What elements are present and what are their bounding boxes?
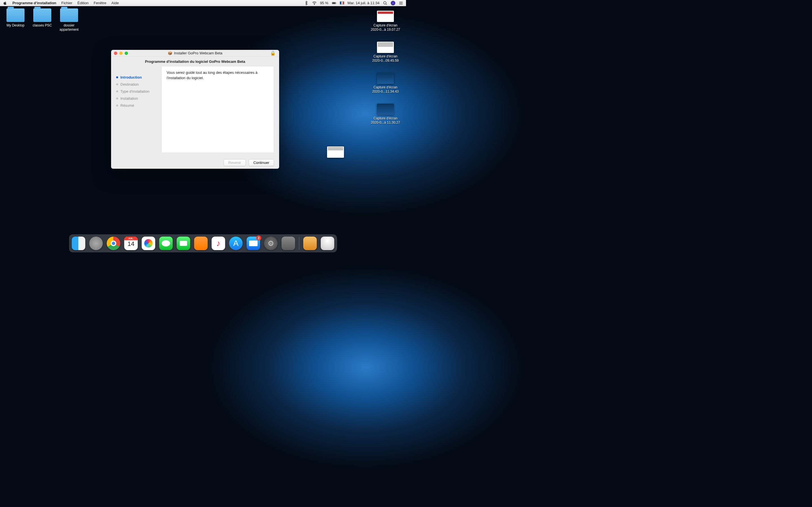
step-label: Introduction: [120, 75, 142, 79]
spotlight-icon[interactable]: [383, 1, 388, 5]
continue-button[interactable]: Continuer: [249, 159, 274, 166]
battery-pct[interactable]: 95 %: [320, 1, 328, 5]
calendar-day: 14: [128, 240, 134, 247]
svg-rect-2: [332, 2, 335, 4]
step-label: Résumé: [120, 103, 134, 108]
svg-point-0: [314, 4, 315, 5]
screenshot-1[interactable]: Capture d'écran 2020-0...à 19.07.27: [370, 11, 401, 32]
titlebar[interactable]: 📦 Installer GoPro Webcam Beta 🔒: [111, 50, 279, 57]
pages-app[interactable]: [194, 237, 208, 250]
step-summary: Résumé: [116, 102, 161, 109]
menu-edit[interactable]: Édition: [78, 1, 89, 5]
folder-icon: [6, 8, 24, 22]
datetime[interactable]: Mar. 14 juil. à 11:34: [348, 1, 379, 5]
installer-body: Introduction Destination Type d'installa…: [111, 66, 279, 156]
folder-dossier-appartement[interactable]: dossier appartement: [56, 8, 82, 32]
step-list: Introduction Destination Type d'installa…: [116, 66, 161, 156]
messages-app[interactable]: [159, 237, 173, 250]
window-title: 📦 Installer GoPro Webcam Beta: [168, 51, 222, 55]
folder-icon: [33, 8, 51, 22]
step-installation: Installation: [116, 95, 161, 102]
installer-window: 📦 Installer GoPro Webcam Beta 🔒 Programm…: [111, 50, 279, 169]
photos-app[interactable]: [142, 237, 155, 250]
screenshot-2[interactable]: Capture d'écran 2020-0...09.45.59: [370, 42, 401, 63]
lock-icon[interactable]: 🔒: [270, 50, 276, 56]
icon-label: Capture d'écran 2020-0...11.34.43: [370, 86, 401, 94]
step-destination: Destination: [116, 81, 161, 88]
icon-label: Capture d'écran 2020-0...à 19.07.27: [370, 23, 401, 32]
file-thumb-icon: [377, 104, 394, 115]
dropzone-app[interactable]: [282, 237, 295, 250]
mail-app[interactable]: 2: [247, 237, 260, 250]
package-icon: 📦: [168, 51, 172, 55]
file-thumb-icon: [377, 73, 394, 84]
step-type: Type d'installation: [116, 88, 161, 95]
folder-icon: [60, 8, 78, 22]
folder-my-desktop[interactable]: My Desktop: [3, 8, 28, 27]
icon-label: Capture d'écran 2020-0...à 11.30.27: [370, 116, 401, 125]
installer-subtitle: Programme d'installation du logiciel GoP…: [111, 57, 279, 66]
system-preferences-app[interactable]: ⚙: [264, 237, 278, 250]
menu-window[interactable]: Fenêtre: [94, 1, 106, 5]
step-dot-icon: [116, 83, 118, 86]
svg-point-4: [384, 1, 386, 4]
menu-help[interactable]: Aide: [111, 1, 119, 5]
chrome-app[interactable]: [107, 237, 120, 250]
file-thumb-icon: [377, 11, 394, 22]
siri-icon[interactable]: [391, 1, 395, 5]
step-introduction: Introduction: [116, 74, 161, 81]
calendar-month: JUIL.: [124, 237, 138, 240]
icon-label: My Desktop: [3, 23, 28, 27]
step-dot-icon: [116, 76, 118, 78]
intro-text: Vous serez guidé tout au long des étapes…: [167, 70, 257, 80]
launchpad-app[interactable]: [89, 237, 103, 250]
screenshot-floating[interactable]: [327, 147, 344, 158]
input-source-flag[interactable]: [340, 1, 344, 4]
folder-classes-psc[interactable]: classes PSC: [30, 8, 55, 27]
screenshot-4[interactable]: Capture d'écran 2020-0...à 11.30.27: [370, 104, 401, 125]
step-dot-icon: [116, 91, 118, 93]
step-dot-icon: [116, 105, 118, 107]
downloads-stack[interactable]: [303, 237, 317, 250]
trash[interactable]: [321, 237, 335, 250]
back-button: Revenir: [223, 159, 246, 166]
apple-menu[interactable]: [3, 1, 7, 5]
icon-label: dossier appartement: [56, 23, 82, 32]
traffic-lights: [114, 52, 128, 55]
dock: JUIL. 14 ♪ A 2 ⚙: [69, 234, 337, 252]
app-title[interactable]: Programme d'installation: [12, 1, 56, 5]
bluetooth-icon[interactable]: [304, 1, 309, 5]
calendar-app[interactable]: JUIL. 14: [124, 237, 138, 250]
zoom-button[interactable]: [124, 52, 128, 55]
mail-badge: 2: [256, 235, 261, 240]
svg-rect-3: [336, 3, 336, 3]
menu-file[interactable]: Fichier: [61, 1, 72, 5]
icon-label: Capture d'écran 2020-0...09.45.59: [370, 54, 401, 63]
step-dot-icon: [116, 98, 118, 100]
step-label: Installation: [120, 96, 138, 101]
close-button[interactable]: [114, 52, 117, 55]
menubar-right: 95 % Mar. 14 juil. à 11:34: [304, 1, 403, 5]
menubar-left: Programme d'installation Fichier Édition…: [3, 1, 119, 5]
window-title-text: Installer GoPro Webcam Beta: [174, 51, 222, 55]
facetime-app[interactable]: [177, 237, 190, 250]
appstore-app[interactable]: A: [229, 237, 243, 250]
notification-center-icon[interactable]: [399, 1, 403, 5]
button-bar: Revenir Continuer: [111, 156, 279, 169]
menubar: Programme d'installation Fichier Édition…: [0, 0, 406, 6]
file-thumb-icon: [377, 42, 394, 53]
step-label: Type d'installation: [120, 89, 149, 94]
finder-app[interactable]: [72, 237, 86, 250]
minimize-button[interactable]: [119, 52, 123, 55]
screenshot-3[interactable]: Capture d'écran 2020-0...11.34.43: [370, 73, 401, 94]
battery-icon[interactable]: [332, 1, 336, 5]
content-panel: Vous serez guidé tout au long des étapes…: [161, 66, 274, 153]
wifi-icon[interactable]: [312, 1, 317, 5]
file-thumb-icon: [327, 147, 344, 158]
icon-label: classes PSC: [30, 23, 55, 27]
music-app[interactable]: ♪: [212, 237, 225, 250]
step-label: Destination: [120, 82, 139, 87]
